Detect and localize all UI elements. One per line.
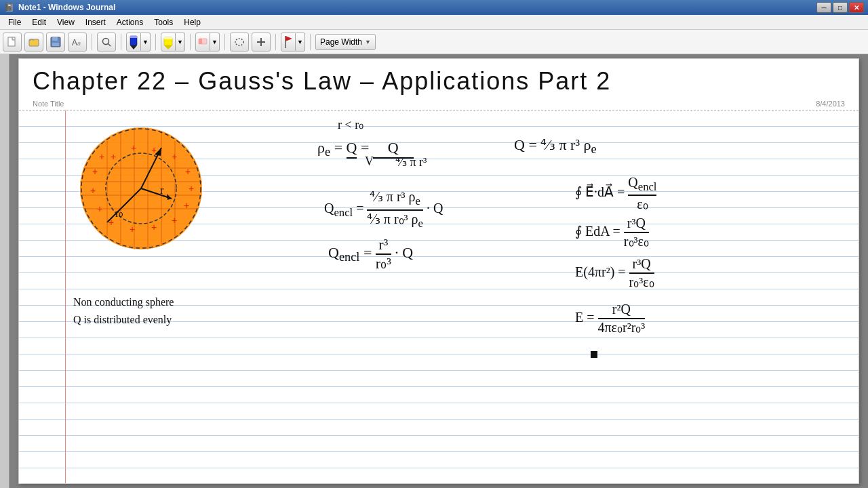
svg-text:+: + xyxy=(151,222,157,232)
text-cursor xyxy=(591,351,597,358)
sphere-diagram: + + + + + + + + + + + + + xyxy=(73,121,209,256)
left-gutter xyxy=(0,54,9,488)
svg-marker-13 xyxy=(164,45,172,49)
svg-text:a: a xyxy=(77,40,81,47)
app-container: Chapter 22 – Gauss's Law – Applications … xyxy=(0,54,868,488)
note-title: Chapter 22 – Gauss's Law – Applications … xyxy=(33,64,845,98)
svg-rect-11 xyxy=(130,36,137,38)
flag-group: ▼ xyxy=(281,33,305,52)
svg-text:A: A xyxy=(72,38,77,47)
gauss-law-3: E(4πr²) = r³Qr₀³ε₀ xyxy=(575,256,654,290)
minimize-button[interactable]: ─ xyxy=(816,2,831,13)
menu-view[interactable]: View xyxy=(52,16,80,28)
highlighter-button[interactable] xyxy=(161,33,176,52)
title-bar: 📓 Note1 - Windows Journal ─ □ ✕ xyxy=(0,0,868,15)
q-formula: Q = ⁴⁄₃ π r³ ρe xyxy=(514,136,597,157)
separator-2 xyxy=(121,34,121,50)
separator-6 xyxy=(275,34,276,50)
svg-marker-21 xyxy=(285,36,292,41)
app-icon: 📓 xyxy=(4,3,14,12)
pen-tool-group: ▼ xyxy=(126,33,151,52)
eraser-group: ▼ xyxy=(195,33,220,52)
close-button[interactable]: ✕ xyxy=(849,2,864,13)
note-title-label: Note Title xyxy=(33,100,64,108)
separator-5 xyxy=(224,34,225,50)
separator-4 xyxy=(190,34,191,50)
flag-button[interactable] xyxy=(281,33,296,52)
menu-help[interactable]: Help xyxy=(178,16,206,28)
svg-text:+: + xyxy=(99,151,104,162)
svg-text:+: + xyxy=(92,166,98,177)
svg-rect-0 xyxy=(8,37,15,46)
svg-text:+: + xyxy=(184,200,189,211)
maximize-button[interactable]: □ xyxy=(833,2,848,13)
gauss-law-2: ∮ EdA = r³Qr₀³ε₀ xyxy=(575,216,649,249)
page-width-arrow: ▼ xyxy=(365,39,371,45)
convert-button[interactable]: Aa xyxy=(68,33,87,52)
svg-rect-3 xyxy=(52,37,58,41)
separator-1 xyxy=(92,34,92,50)
note-page: Chapter 22 – Gauss's Law – Applications … xyxy=(18,58,859,484)
note-body[interactable]: + + + + + + + + + + + + + xyxy=(19,110,859,483)
page-width-label: Page Width xyxy=(320,37,362,47)
svg-text:+: + xyxy=(172,215,177,226)
svg-text:r₀: r₀ xyxy=(115,207,123,219)
volume-formula: ⁴⁄₃ π r³ xyxy=(395,155,427,169)
toolbar: Aa ▼ ▼ xyxy=(0,30,868,54)
svg-text:r: r xyxy=(160,184,164,196)
svg-text:+: + xyxy=(189,183,194,194)
separator-7 xyxy=(310,34,311,50)
insert-button[interactable] xyxy=(252,33,271,52)
svg-rect-14 xyxy=(164,37,172,39)
svg-text:+: + xyxy=(185,166,191,177)
note-meta: Note Title 8/4/2013 xyxy=(33,98,845,109)
svg-text:+: + xyxy=(172,151,177,162)
svg-point-7 xyxy=(103,38,109,44)
sphere-svg: + + + + + + + + + + + + + xyxy=(73,121,209,256)
new-button[interactable] xyxy=(3,33,22,52)
pen-dropdown[interactable]: ▼ xyxy=(141,33,151,52)
svg-line-8 xyxy=(108,43,111,46)
gauss-law-1: ∮ E⃗·dA⃗ = Qenclε₀ xyxy=(575,175,656,212)
v-label: V xyxy=(365,155,374,169)
highlighter-dropdown[interactable]: ▼ xyxy=(176,33,185,52)
menu-file[interactable]: File xyxy=(3,16,26,28)
qencl-short: Qencl = r³r₀³ · Q xyxy=(328,236,413,272)
menu-tools[interactable]: Tools xyxy=(149,16,178,28)
svg-rect-16 xyxy=(199,39,202,44)
svg-text:+: + xyxy=(131,142,136,153)
svg-text:+: + xyxy=(97,203,102,214)
flag-dropdown[interactable]: ▼ xyxy=(296,33,305,52)
search-button[interactable] xyxy=(97,33,116,52)
svg-text:+: + xyxy=(111,151,116,162)
window-title: Note1 - Windows Journal xyxy=(18,3,115,12)
window-controls: ─ □ ✕ xyxy=(816,2,864,13)
separator-3 xyxy=(155,34,156,50)
gauss-final: E = r²Q4πε₀r²r₀³ xyxy=(575,302,645,336)
r-less-r0-label: r < r₀ xyxy=(338,117,363,132)
qencl-long: Qencl = ⁴⁄₃ π r³ ρe ⁴⁄₃ π r₀³ ρe · Q xyxy=(324,188,443,230)
svg-text:+: + xyxy=(130,224,135,235)
menu-bar: File Edit View Insert Actions Tools Help xyxy=(0,15,868,30)
pen-button[interactable] xyxy=(126,33,141,52)
note-wrapper: Chapter 22 – Gauss's Law – Applications … xyxy=(9,54,868,488)
svg-text:+: + xyxy=(90,185,96,196)
eraser-dropdown[interactable]: ▼ xyxy=(210,33,220,52)
note-date: 8/4/2013 xyxy=(816,100,845,108)
svg-marker-10 xyxy=(130,45,137,49)
svg-rect-4 xyxy=(52,43,59,46)
menu-edit[interactable]: Edit xyxy=(26,16,52,28)
save-button[interactable] xyxy=(46,33,65,52)
svg-point-17 xyxy=(235,39,243,45)
menu-insert[interactable]: Insert xyxy=(80,16,111,28)
eraser-button[interactable] xyxy=(195,33,210,52)
menu-actions[interactable]: Actions xyxy=(111,16,149,28)
highlighter-group: ▼ xyxy=(161,33,185,52)
note-header: Chapter 22 – Gauss's Law – Applications … xyxy=(19,59,859,110)
open-button[interactable] xyxy=(24,33,43,52)
sphere-description: Non conducting sphere Q is distributed e… xyxy=(73,293,174,329)
lasso-button[interactable] xyxy=(230,33,249,52)
page-width-dropdown[interactable]: Page Width ▼ xyxy=(315,34,376,50)
title-left: 📓 Note1 - Windows Journal xyxy=(4,3,115,12)
